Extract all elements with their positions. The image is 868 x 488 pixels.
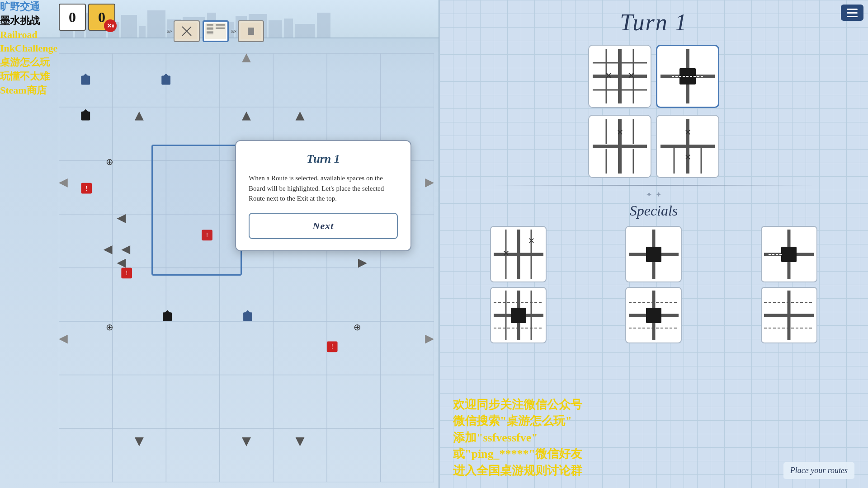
card-item-3[interactable]: 5× [231,20,264,42]
card-row: 5× [167,20,264,42]
route-card-2[interactable] [203,20,229,42]
wm-line-6: 玩懂不太难 [0,70,57,84]
special-tile-1[interactable]: ✕ ✕ [490,226,547,282]
special-tile-6[interactable] [761,287,817,343]
tile-box-4[interactable]: ✕ ✕ [656,115,719,178]
svg-rect-122 [511,308,526,323]
special-tile-5[interactable] [625,287,682,343]
svg-text:✕: ✕ [617,128,623,137]
score-left: 0 [59,4,86,31]
game-grid: ! ! ! ! [59,52,434,483]
svg-rect-130 [646,308,661,323]
dialog-body: When a Route is selected, available spac… [249,173,398,204]
error-badge: ✕ 0 [104,19,117,32]
divider-line [493,185,814,186]
tile-svg-3: ✕ [593,119,647,174]
svg-text:✕: ✕ [528,236,534,245]
route-card-3[interactable] [238,20,264,42]
right-panel: Turn 1 ✕ ✕ [439,0,868,488]
svg-text:!: ! [126,270,128,277]
bottom-text-1: 欢迎同步关注微信公众号 [453,397,854,413]
tile-svg-2 [660,49,715,103]
game-area: 旷野交通 墨水挑战 Railroad InkChallenge 桌游怎么玩 玩懂… [0,0,439,488]
tile-box-2[interactable] [656,45,719,108]
wm-line-4: InkChallenge [0,42,57,56]
svg-text:⊕: ⊕ [106,322,113,332]
svg-rect-117 [781,247,797,262]
turn-title: Turn 1 [453,9,854,36]
tile-svg-1: ✕ ✕ [593,49,647,103]
bottom-text-4: 或"ping_*****"微信好友 [453,446,854,462]
menu-button[interactable] [841,5,863,21]
wm-line-7: Steam商店 [0,84,57,98]
next-button[interactable]: Next [249,213,398,239]
dialog-box: Turn 1 When a Route is selected, availab… [235,140,411,251]
score-area: 0 0 ✕ 0 [59,4,115,31]
bottom-text-3: 添加"ssfvessfve" [453,430,854,446]
wm-line-5: 桌游怎么玩 [0,56,57,70]
dialog-title: Turn 1 [249,152,398,166]
svg-text:✕: ✕ [605,70,613,80]
svg-text:✕: ✕ [502,249,509,258]
svg-rect-17 [248,28,254,35]
route-card-1[interactable] [174,20,200,42]
tile-svg-4: ✕ ✕ [660,119,715,174]
special-tile-3[interactable] [761,226,817,282]
svg-text:✕: ✕ [627,70,635,80]
tile-box-3[interactable]: ✕ [588,115,651,178]
right-panel-inner: Turn 1 ✕ ✕ [439,0,868,352]
grid-svg: ! ! ! ! [59,52,434,483]
tiles-section: ✕ ✕ [453,45,854,108]
svg-text:⊕: ⊕ [106,157,113,167]
card-item-1[interactable]: 5× [167,20,200,42]
special-tile-4[interactable] [490,287,547,343]
bottom-text-2: 微信搜索"桌游怎么玩" [453,413,854,429]
bottom-text-5: 进入全国桌游规则讨论群 [453,463,854,479]
svg-text:!: ! [85,185,88,192]
specials-label: Specials [453,202,854,219]
score-right: 0 ✕ 0 [88,4,115,31]
svg-text:⊕: ⊕ [354,322,361,332]
special-tile-2[interactable] [625,226,682,282]
tile-box-1[interactable]: ✕ ✕ [588,45,651,108]
bottom-overlay: 欢迎同步关注微信公众号 微信搜索"桌游怎么玩" 添加"ssfvessfve" 或… [439,397,868,479]
svg-text:✕: ✕ [684,153,691,162]
divider-dots: ✦ ✦ [453,190,854,199]
svg-text:✕: ✕ [684,128,691,137]
specials-grid: ✕ ✕ [453,226,854,343]
svg-rect-113 [646,247,661,262]
svg-text:!: ! [331,343,333,350]
svg-text:!: ! [206,232,208,239]
tiles-section-2: ✕ ✕ ✕ [453,115,854,178]
card-item-2[interactable] [203,20,229,42]
